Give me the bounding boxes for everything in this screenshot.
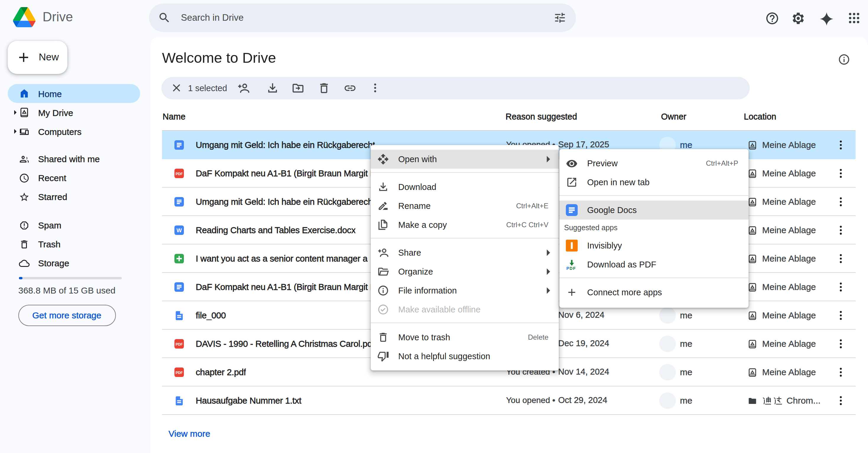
svg-text:PDF: PDF	[175, 371, 182, 375]
svg-text:PDF: PDF	[175, 172, 182, 176]
svg-text:W: W	[176, 227, 182, 233]
svg-text:D: D	[570, 266, 572, 271]
svg-text:P: P	[566, 266, 569, 271]
svg-text:F: F	[573, 266, 576, 271]
svg-text:PDF: PDF	[175, 342, 182, 346]
